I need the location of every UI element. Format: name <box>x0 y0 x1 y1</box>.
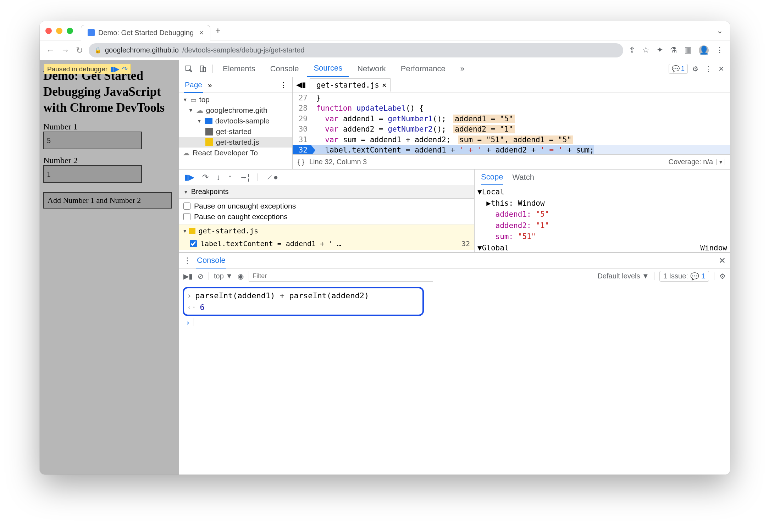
drawer-menu-icon[interactable]: ⋮ <box>183 256 191 265</box>
tab-console[interactable]: Console <box>264 61 305 77</box>
code-line[interactable]: 31 var sum = addend1 + addend2; sum = "5… <box>293 135 730 145</box>
code-line[interactable]: 27} <box>293 93 730 103</box>
issues-chip[interactable]: 💬 1 <box>669 64 688 74</box>
console-prompt[interactable]: › <box>183 316 726 327</box>
tab-watch[interactable]: Watch <box>512 173 534 182</box>
sidepanel-icon[interactable]: ▥ <box>684 45 692 55</box>
code-body[interactable]: 27}28function updateLabel() {29 var adde… <box>293 93 730 154</box>
overlay-step-icon[interactable]: ↷ <box>122 65 128 73</box>
clear-console-icon[interactable]: ⊘ <box>198 272 204 281</box>
tree-host[interactable]: ▼googlechrome.gith <box>179 105 292 116</box>
live-expression-icon[interactable]: ◉ <box>238 272 244 281</box>
code-line[interactable]: 32 label.textContent = addend1 + ' + ' +… <box>293 145 730 154</box>
code-line[interactable]: 30 var addend2 = getNumber2(); addend2 =… <box>293 124 730 134</box>
line-number[interactable]: 31 <box>293 135 311 145</box>
tab-performance[interactable]: Performance <box>394 61 452 77</box>
close-drawer-icon[interactable]: ✕ <box>719 256 726 266</box>
line-number[interactable]: 28 <box>293 103 311 113</box>
coverage-dropdown-icon[interactable]: ▼ <box>717 159 725 165</box>
line-number[interactable]: 30 <box>293 124 311 134</box>
js-file-icon <box>205 138 213 146</box>
device-toolbar-icon[interactable] <box>197 65 209 73</box>
settings-icon[interactable]: ⚙ <box>690 65 701 73</box>
tree-file-js[interactable]: get-started.js <box>179 137 292 148</box>
scope-addend2: addend2: "1" <box>477 220 727 232</box>
scope-global-header[interactable]: ▼GlobalWindow <box>477 243 727 254</box>
close-tab-icon[interactable]: × <box>199 29 204 37</box>
scope-sum: sum: "51" <box>477 231 727 243</box>
pretty-print-icon[interactable]: { } <box>298 158 304 166</box>
close-window-button[interactable] <box>45 28 52 34</box>
context-selector[interactable]: top ▼ <box>214 272 233 280</box>
toggle-navigator-icon[interactable]: ◀▮ <box>296 81 306 89</box>
log-levels-selector[interactable]: Default levels ▼ <box>597 272 649 280</box>
extensions-icon[interactable]: ✦ <box>657 45 663 55</box>
num1-input[interactable] <box>43 132 142 149</box>
scope-this[interactable]: ▶this: Window <box>477 198 727 209</box>
navigator-tab-page[interactable]: Page <box>184 77 203 93</box>
breakpoint-checkbox[interactable] <box>190 240 197 247</box>
navigator-tabs-overflow-icon[interactable]: » <box>208 81 212 89</box>
pause-caught-checkbox[interactable]: Pause on caught exceptions <box>183 211 470 222</box>
minimize-window-button[interactable] <box>56 28 62 34</box>
browser-tab[interactable]: Demo: Get Started Debugging × <box>81 25 210 40</box>
console-settings-icon[interactable]: ⚙ <box>719 272 726 281</box>
breakpoint-file[interactable]: ▼ get-started.js <box>179 224 474 237</box>
drawer-tab-console[interactable]: Console <box>196 253 226 268</box>
tree-top[interactable]: ▼top <box>179 94 292 105</box>
console-issues-chip[interactable]: 1 Issue: 💬 1 <box>659 271 709 282</box>
navigator-menu-icon[interactable]: ⋮ <box>280 81 287 89</box>
tree-folder[interactable]: ▼devtools-sample <box>179 116 292 126</box>
tab-scope[interactable]: Scope <box>481 170 503 185</box>
inspect-element-icon[interactable] <box>183 65 195 73</box>
lock-icon: 🔒 <box>94 47 101 54</box>
code-line[interactable]: 29 var addend1 = getNumber1(); addend1 =… <box>293 114 730 124</box>
close-devtools-icon[interactable]: ✕ <box>716 65 726 73</box>
code-text: function updateLabel() { <box>311 103 424 113</box>
step-icon[interactable]: →¦ <box>240 173 250 182</box>
url-bar[interactable]: 🔒 googlechrome.github.io/devtools-sample… <box>89 43 623 57</box>
step-out-icon[interactable]: ↑ <box>228 173 232 182</box>
console-body[interactable]: › parseInt(addend1) + parseInt(addend2) … <box>179 284 730 475</box>
tabs-overflow-icon[interactable]: » <box>454 61 471 77</box>
tab-sources[interactable]: Sources <box>307 60 349 77</box>
step-over-icon[interactable]: ↷ <box>202 173 209 182</box>
scope-local-header[interactable]: ▼Local <box>477 187 727 198</box>
new-tab-button[interactable]: + <box>215 25 221 36</box>
console-filter-input[interactable] <box>249 271 433 282</box>
tab-network[interactable]: Network <box>351 61 392 77</box>
tree-extension[interactable]: React Developer To <box>179 148 292 158</box>
line-number[interactable]: 27 <box>293 93 311 103</box>
deactivate-breakpoints-icon[interactable]: ⟋● <box>266 173 278 182</box>
code-line[interactable]: 28function updateLabel() { <box>293 103 730 113</box>
text-cursor <box>194 318 194 326</box>
tab-elements[interactable]: Elements <box>216 61 262 77</box>
line-number[interactable]: 29 <box>293 114 311 124</box>
console-sidebar-icon[interactable]: ▶▮ <box>183 272 193 281</box>
add-button[interactable]: Add Number 1 and Number 2 <box>43 192 172 209</box>
tabs-menu-icon[interactable]: ⌄ <box>717 26 723 35</box>
breakpoint-entry[interactable]: label.textContent = addend1 + ' … 32 <box>179 237 474 250</box>
maximize-window-button[interactable] <box>67 28 73 34</box>
editor-tab[interactable]: get-started.js × <box>310 78 391 92</box>
pause-uncaught-checkbox[interactable]: Pause on uncaught exceptions <box>183 201 470 211</box>
labs-icon[interactable]: ⚗ <box>670 45 677 55</box>
profile-avatar[interactable]: 👤 <box>699 45 709 55</box>
resume-icon[interactable]: ▮▶ <box>184 173 194 182</box>
devtools-menu-icon[interactable]: ⋮ <box>703 65 714 73</box>
overlay-resume-icon[interactable]: ▮▶ <box>110 65 119 73</box>
line-number[interactable]: 32 <box>293 145 311 154</box>
back-button[interactable]: ← <box>46 45 55 55</box>
share-icon[interactable]: ⇪ <box>629 45 635 55</box>
tree-file-html[interactable]: get-started <box>179 126 292 137</box>
reload-button[interactable]: ↻ <box>76 45 83 55</box>
editor-tabs: ◀▮ get-started.js × <box>293 77 730 93</box>
step-into-icon[interactable]: ↓ <box>216 173 220 182</box>
num2-input[interactable] <box>43 165 142 183</box>
content-area: Paused in debugger ▮▶ ↷ Demo: Get Starte… <box>40 60 730 475</box>
close-file-icon[interactable]: × <box>382 81 387 89</box>
chrome-menu-icon[interactable]: ⋮ <box>716 45 724 55</box>
breakpoints-header[interactable]: ▼Breakpoints <box>179 185 474 199</box>
forward-button[interactable]: → <box>61 45 70 55</box>
bookmark-icon[interactable]: ☆ <box>642 45 649 55</box>
